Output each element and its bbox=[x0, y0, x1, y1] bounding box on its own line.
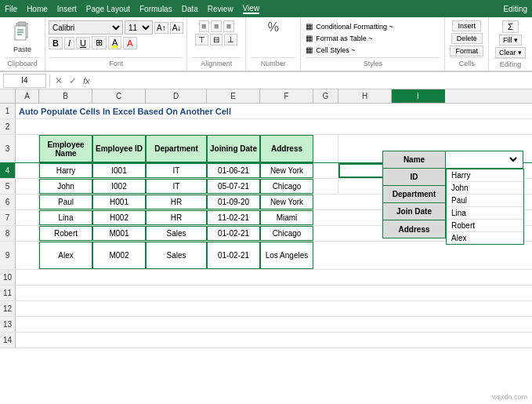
editing-label: Editing bbox=[494, 58, 527, 68]
cell-b6[interactable]: Paul bbox=[39, 195, 92, 209]
paste-button[interactable]: Paste bbox=[12, 20, 34, 53]
cell-e5[interactable]: 05-07-21 bbox=[207, 179, 260, 194]
insert-cells-button[interactable]: Insert bbox=[452, 20, 481, 31]
cell-d8[interactable]: Sales bbox=[146, 226, 207, 241]
cell-b9[interactable]: Alex bbox=[39, 242, 92, 269]
cell-f7[interactable]: Miami bbox=[260, 210, 313, 225]
row-num-10: 10 bbox=[0, 270, 16, 285]
fx-icon[interactable]: fx bbox=[81, 76, 92, 86]
row-num-13: 13 bbox=[0, 317, 16, 332]
decrease-font-button[interactable]: A↓ bbox=[170, 22, 184, 34]
cell-d7[interactable]: HR bbox=[146, 210, 207, 225]
cell-c7[interactable]: H002 bbox=[92, 210, 146, 225]
conditional-formatting-button[interactable]: Conditional Formatting ~ bbox=[316, 23, 393, 31]
cell-f5[interactable]: Chicago bbox=[260, 179, 313, 194]
col-header-a[interactable]: A bbox=[16, 89, 39, 103]
lookup-panel: Name ID Harry John Paul Lina Robert Alex bbox=[382, 151, 523, 238]
dropdown-item-paul[interactable]: Paul bbox=[447, 195, 523, 207]
cell-e4[interactable]: 01-06-21 bbox=[207, 163, 260, 178]
cell-c8[interactable]: M001 bbox=[92, 226, 146, 241]
cell-e7[interactable]: 11-02-21 bbox=[207, 210, 260, 225]
row-num-4: 4 bbox=[0, 163, 16, 178]
format-cells-button[interactable]: Format bbox=[450, 45, 483, 56]
lookup-address-label: Address bbox=[383, 220, 446, 238]
alignment-label: Alignment bbox=[192, 57, 241, 67]
lookup-name-input[interactable] bbox=[446, 151, 523, 168]
confirm-icon[interactable]: ✓ bbox=[67, 75, 78, 86]
clear-button[interactable]: Clear ▾ bbox=[495, 47, 526, 58]
italic-button[interactable]: I bbox=[64, 37, 74, 49]
align-left-button[interactable]: ≡ bbox=[199, 20, 210, 32]
sum-button[interactable]: Σ bbox=[502, 20, 519, 33]
cell-b8[interactable]: Robert bbox=[39, 226, 92, 241]
lookup-dept-label: Department bbox=[383, 186, 446, 202]
border-button[interactable]: ⊞ bbox=[92, 36, 107, 49]
cell-e8[interactable]: 01-02-21 bbox=[207, 226, 260, 241]
cells-label: Cells bbox=[450, 57, 483, 67]
cell-b5[interactable]: John bbox=[39, 179, 92, 194]
col-header-f[interactable]: F bbox=[260, 89, 313, 103]
formula-input[interactable] bbox=[95, 74, 529, 88]
col-header-g[interactable]: G bbox=[313, 89, 338, 103]
lookup-id-label: ID bbox=[383, 169, 446, 185]
fill-button[interactable]: Fill ▾ bbox=[499, 35, 522, 45]
cell-d5[interactable]: IT bbox=[146, 179, 207, 194]
align-right-button[interactable]: ≡ bbox=[223, 20, 234, 32]
format-as-table-button[interactable]: Format as Table ~ bbox=[316, 35, 372, 42]
dropdown-item-john[interactable]: John bbox=[447, 182, 523, 195]
delete-cells-button[interactable]: Delete bbox=[451, 33, 483, 44]
dropdown-item-harry[interactable]: Harry bbox=[447, 169, 523, 182]
align-middle-button[interactable]: ⊟ bbox=[210, 34, 223, 45]
align-top-button[interactable]: ⊤ bbox=[195, 34, 208, 45]
col-header-c[interactable]: C bbox=[92, 89, 146, 103]
cell-styles-button[interactable]: Cell Styles ~ bbox=[316, 46, 355, 54]
row-num-7: 7 bbox=[0, 210, 16, 225]
header-employee-name: Employee Name bbox=[39, 135, 92, 162]
cell-f8[interactable]: Chicago bbox=[260, 226, 313, 241]
cell-d4[interactable]: IT bbox=[146, 163, 207, 178]
header-joining-date: Joining Date bbox=[207, 135, 260, 162]
dropdown-list[interactable]: Harry John Paul Lina Robert Alex bbox=[446, 169, 524, 245]
fill-color-button[interactable]: A bbox=[108, 36, 121, 49]
cell-c4[interactable]: I001 bbox=[92, 163, 146, 178]
col-header-b[interactable]: B bbox=[39, 89, 92, 103]
cell-e6[interactable]: 01-09-20 bbox=[207, 195, 260, 209]
clipboard-label: Clipboard bbox=[5, 57, 40, 67]
cell-f4[interactable]: New York bbox=[260, 163, 313, 178]
dropdown-item-alex[interactable]: Alex bbox=[447, 232, 523, 244]
cancel-icon[interactable]: ✕ bbox=[53, 75, 64, 86]
cell-f9[interactable]: Los Angeles bbox=[260, 242, 313, 269]
row-num-14: 14 bbox=[0, 333, 16, 348]
row-num-5: 5 bbox=[0, 179, 16, 194]
font-select[interactable]: Calibri bbox=[49, 20, 123, 35]
cell-b4[interactable]: Harry bbox=[39, 163, 92, 178]
bold-button[interactable]: B bbox=[49, 37, 63, 49]
row-num-9: 9 bbox=[0, 242, 16, 269]
cell-d6[interactable]: HR bbox=[146, 195, 207, 209]
dropdown-item-lina[interactable]: Lina bbox=[447, 207, 523, 220]
font-size-select[interactable]: 11 bbox=[125, 20, 153, 35]
header-address: Address bbox=[260, 135, 313, 162]
cell-c6[interactable]: H001 bbox=[92, 195, 146, 209]
col-header-i[interactable]: I bbox=[392, 89, 445, 103]
font-color-button[interactable]: A bbox=[123, 37, 136, 49]
cell-e9[interactable]: 01-02-21 bbox=[207, 242, 260, 269]
align-center-button[interactable]: ≡ bbox=[211, 20, 222, 32]
cell-c5[interactable]: I002 bbox=[92, 179, 146, 194]
header-department: Department bbox=[146, 135, 207, 162]
cell-f6[interactable]: New York bbox=[260, 195, 313, 209]
row-num-8: 8 bbox=[0, 226, 16, 241]
editing-tab[interactable]: Editing bbox=[503, 5, 527, 13]
col-header-h[interactable]: H bbox=[338, 89, 392, 103]
cell-b7[interactable]: Lina bbox=[39, 210, 92, 225]
cell-c9[interactable]: M002 bbox=[92, 242, 146, 269]
cell-d9[interactable]: Sales bbox=[146, 242, 207, 269]
col-header-d[interactable]: D bbox=[146, 89, 207, 103]
number-label: Number bbox=[251, 57, 295, 67]
underline-button[interactable]: U bbox=[76, 37, 90, 49]
dropdown-item-robert[interactable]: Robert bbox=[447, 220, 523, 232]
increase-font-button[interactable]: A↑ bbox=[154, 22, 168, 34]
cell-ref-input[interactable] bbox=[3, 74, 46, 88]
align-bottom-button[interactable]: ⊥ bbox=[224, 34, 237, 45]
col-header-e[interactable]: E bbox=[207, 89, 260, 103]
